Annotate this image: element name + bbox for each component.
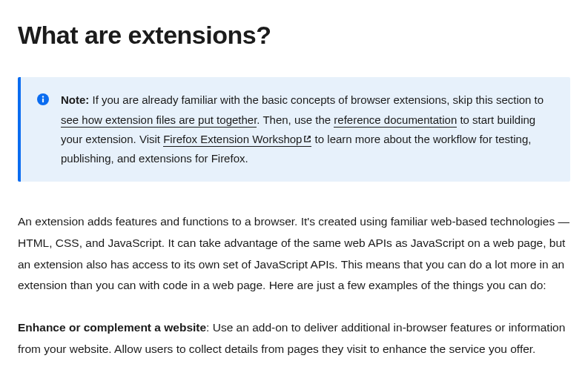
note-text: Note: If you are already familiar with t… xyxy=(61,90,554,168)
page-title: What are extensions? xyxy=(18,15,570,55)
info-icon xyxy=(37,93,49,105)
external-link-icon xyxy=(303,130,311,149)
note-callout: Note: If you are already familiar with t… xyxy=(18,77,570,182)
intro-paragraph: An extension adds features and functions… xyxy=(18,211,570,297)
note-seg-2: . Then, use the xyxy=(257,113,334,126)
link-extension-files[interactable]: see how extension files are put together xyxy=(61,113,257,128)
enhance-paragraph: Enhance or complement a website: Use an … xyxy=(18,317,570,360)
svg-rect-2 xyxy=(42,99,44,103)
enhance-heading: Enhance or complement a website xyxy=(18,321,206,334)
link-reference-docs[interactable]: reference documentation xyxy=(334,113,457,128)
note-label: Note: xyxy=(61,93,89,106)
link-firefox-workshop[interactable]: Firefox Extension Workshop xyxy=(163,133,311,147)
note-seg-1: If you are already familiar with the bas… xyxy=(89,93,544,106)
svg-point-1 xyxy=(42,96,44,98)
